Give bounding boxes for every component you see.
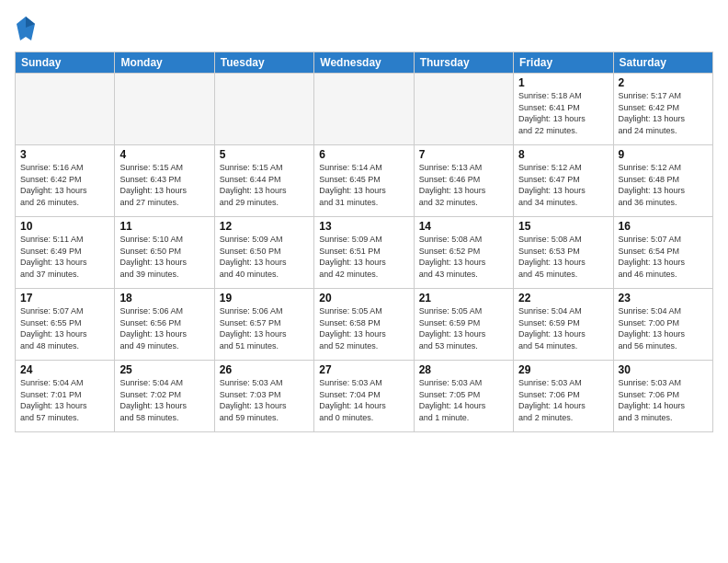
day-number: 14	[419, 220, 508, 233]
day-number: 21	[419, 292, 508, 304]
day-cell: 15Sunrise: 5:08 AM Sunset: 6:53 PM Dayli…	[514, 217, 613, 289]
day-cell: 13Sunrise: 5:09 AM Sunset: 6:51 PM Dayli…	[314, 217, 414, 289]
day-info: Sunrise: 5:09 AM Sunset: 6:50 PM Dayligh…	[220, 234, 309, 280]
day-number: 11	[119, 220, 209, 233]
weekday-header-friday: Friday	[514, 52, 613, 74]
day-info: Sunrise: 5:06 AM Sunset: 6:57 PM Dayligh…	[220, 305, 309, 351]
day-info: Sunrise: 5:07 AM Sunset: 6:55 PM Dayligh…	[20, 305, 109, 351]
day-cell: 19Sunrise: 5:06 AM Sunset: 6:57 PM Dayli…	[214, 289, 313, 361]
day-cell	[314, 74, 414, 145]
day-number: 15	[518, 220, 608, 233]
day-info: Sunrise: 5:13 AM Sunset: 6:46 PM Dayligh…	[419, 162, 508, 208]
weekday-header-tuesday: Tuesday	[214, 52, 313, 74]
day-cell	[115, 74, 214, 145]
day-number: 4	[119, 148, 209, 161]
day-info: Sunrise: 5:10 AM Sunset: 6:50 PM Dayligh…	[119, 234, 209, 280]
week-row-2: 10Sunrise: 5:11 AM Sunset: 6:49 PM Dayli…	[16, 217, 713, 289]
day-cell: 17Sunrise: 5:07 AM Sunset: 6:55 PM Dayli…	[16, 289, 115, 361]
day-number: 25	[119, 363, 209, 376]
week-row-3: 17Sunrise: 5:07 AM Sunset: 6:55 PM Dayli…	[16, 289, 713, 361]
day-number: 9	[619, 148, 708, 161]
day-info: Sunrise: 5:17 AM Sunset: 6:42 PM Dayligh…	[619, 90, 708, 136]
day-cell	[414, 74, 513, 145]
day-info: Sunrise: 5:18 AM Sunset: 6:41 PM Dayligh…	[518, 90, 608, 136]
week-row-4: 24Sunrise: 5:04 AM Sunset: 7:01 PM Dayli…	[16, 361, 713, 432]
day-number: 8	[518, 148, 608, 161]
day-number: 16	[619, 220, 708, 233]
day-info: Sunrise: 5:03 AM Sunset: 7:03 PM Dayligh…	[220, 377, 309, 423]
day-info: Sunrise: 5:03 AM Sunset: 7:06 PM Dayligh…	[619, 377, 708, 423]
day-number: 17	[20, 292, 109, 304]
day-number: 22	[518, 292, 608, 304]
day-cell: 6Sunrise: 5:14 AM Sunset: 6:45 PM Daylig…	[314, 145, 414, 217]
day-info: Sunrise: 5:04 AM Sunset: 7:02 PM Dayligh…	[119, 377, 209, 423]
day-cell: 2Sunrise: 5:17 AM Sunset: 6:42 PM Daylig…	[613, 74, 712, 145]
weekday-header-wednesday: Wednesday	[314, 52, 414, 74]
day-info: Sunrise: 5:04 AM Sunset: 7:01 PM Dayligh…	[20, 377, 109, 423]
day-info: Sunrise: 5:08 AM Sunset: 6:53 PM Dayligh…	[518, 234, 608, 280]
day-number: 26	[220, 363, 309, 376]
logo-icon	[15, 15, 37, 44]
day-cell: 27Sunrise: 5:03 AM Sunset: 7:04 PM Dayli…	[314, 361, 414, 432]
day-cell: 12Sunrise: 5:09 AM Sunset: 6:50 PM Dayli…	[214, 217, 313, 289]
day-info: Sunrise: 5:16 AM Sunset: 6:42 PM Dayligh…	[20, 162, 109, 208]
weekday-header-thursday: Thursday	[414, 52, 513, 74]
weekday-row: SundayMondayTuesdayWednesdayThursdayFrid…	[16, 52, 713, 74]
day-number: 18	[119, 292, 209, 304]
day-info: Sunrise: 5:15 AM Sunset: 6:43 PM Dayligh…	[119, 162, 209, 208]
day-cell: 5Sunrise: 5:15 AM Sunset: 6:44 PM Daylig…	[214, 145, 313, 217]
day-cell: 4Sunrise: 5:15 AM Sunset: 6:43 PM Daylig…	[115, 145, 214, 217]
day-number: 19	[220, 292, 309, 304]
day-info: Sunrise: 5:05 AM Sunset: 6:58 PM Dayligh…	[319, 305, 408, 351]
day-number: 13	[319, 220, 408, 233]
day-number: 30	[619, 363, 708, 376]
day-number: 20	[319, 292, 408, 304]
day-number: 29	[518, 363, 608, 376]
day-cell: 3Sunrise: 5:16 AM Sunset: 6:42 PM Daylig…	[16, 145, 115, 217]
day-cell: 14Sunrise: 5:08 AM Sunset: 6:52 PM Dayli…	[414, 217, 513, 289]
page: SundayMondayTuesdayWednesdayThursdayFrid…	[0, 0, 728, 563]
day-cell: 16Sunrise: 5:07 AM Sunset: 6:54 PM Dayli…	[613, 217, 712, 289]
day-number: 2	[619, 76, 708, 89]
day-number: 7	[419, 148, 508, 161]
day-number: 1	[518, 76, 608, 89]
day-info: Sunrise: 5:06 AM Sunset: 6:56 PM Dayligh…	[119, 305, 209, 351]
day-cell: 18Sunrise: 5:06 AM Sunset: 6:56 PM Dayli…	[115, 289, 214, 361]
day-cell: 26Sunrise: 5:03 AM Sunset: 7:03 PM Dayli…	[214, 361, 313, 432]
header	[15, 11, 713, 44]
day-info: Sunrise: 5:03 AM Sunset: 7:06 PM Dayligh…	[518, 377, 608, 423]
day-cell: 22Sunrise: 5:04 AM Sunset: 6:59 PM Dayli…	[514, 289, 613, 361]
day-info: Sunrise: 5:03 AM Sunset: 7:05 PM Dayligh…	[419, 377, 508, 423]
day-info: Sunrise: 5:11 AM Sunset: 6:49 PM Dayligh…	[20, 234, 109, 280]
day-number: 28	[419, 363, 508, 376]
day-cell: 1Sunrise: 5:18 AM Sunset: 6:41 PM Daylig…	[514, 74, 613, 145]
calendar-table: SundayMondayTuesdayWednesdayThursdayFrid…	[15, 52, 713, 432]
day-info: Sunrise: 5:07 AM Sunset: 6:54 PM Dayligh…	[619, 234, 708, 280]
day-info: Sunrise: 5:08 AM Sunset: 6:52 PM Dayligh…	[419, 234, 508, 280]
day-info: Sunrise: 5:09 AM Sunset: 6:51 PM Dayligh…	[319, 234, 408, 280]
day-cell: 7Sunrise: 5:13 AM Sunset: 6:46 PM Daylig…	[414, 145, 513, 217]
day-number: 10	[20, 220, 109, 233]
day-cell: 9Sunrise: 5:12 AM Sunset: 6:48 PM Daylig…	[613, 145, 712, 217]
day-info: Sunrise: 5:05 AM Sunset: 6:59 PM Dayligh…	[419, 305, 508, 351]
day-info: Sunrise: 5:15 AM Sunset: 6:44 PM Dayligh…	[220, 162, 309, 208]
day-cell: 11Sunrise: 5:10 AM Sunset: 6:50 PM Dayli…	[115, 217, 214, 289]
day-cell: 24Sunrise: 5:04 AM Sunset: 7:01 PM Dayli…	[16, 361, 115, 432]
day-cell: 30Sunrise: 5:03 AM Sunset: 7:06 PM Dayli…	[613, 361, 712, 432]
day-info: Sunrise: 5:12 AM Sunset: 6:47 PM Dayligh…	[518, 162, 608, 208]
day-cell: 20Sunrise: 5:05 AM Sunset: 6:58 PM Dayli…	[314, 289, 414, 361]
day-number: 6	[319, 148, 408, 161]
day-number: 5	[220, 148, 309, 161]
day-cell: 21Sunrise: 5:05 AM Sunset: 6:59 PM Dayli…	[414, 289, 513, 361]
day-info: Sunrise: 5:03 AM Sunset: 7:04 PM Dayligh…	[319, 377, 408, 423]
day-number: 27	[319, 363, 408, 376]
calendar-header: SundayMondayTuesdayWednesdayThursdayFrid…	[16, 52, 713, 74]
day-number: 12	[220, 220, 309, 233]
day-info: Sunrise: 5:04 AM Sunset: 7:00 PM Dayligh…	[619, 305, 708, 351]
week-row-1: 3Sunrise: 5:16 AM Sunset: 6:42 PM Daylig…	[16, 145, 713, 217]
day-info: Sunrise: 5:04 AM Sunset: 6:59 PM Dayligh…	[518, 305, 608, 351]
calendar-body: 1Sunrise: 5:18 AM Sunset: 6:41 PM Daylig…	[16, 74, 713, 432]
day-cell: 10Sunrise: 5:11 AM Sunset: 6:49 PM Dayli…	[16, 217, 115, 289]
day-info: Sunrise: 5:14 AM Sunset: 6:45 PM Dayligh…	[319, 162, 408, 208]
day-cell	[214, 74, 313, 145]
